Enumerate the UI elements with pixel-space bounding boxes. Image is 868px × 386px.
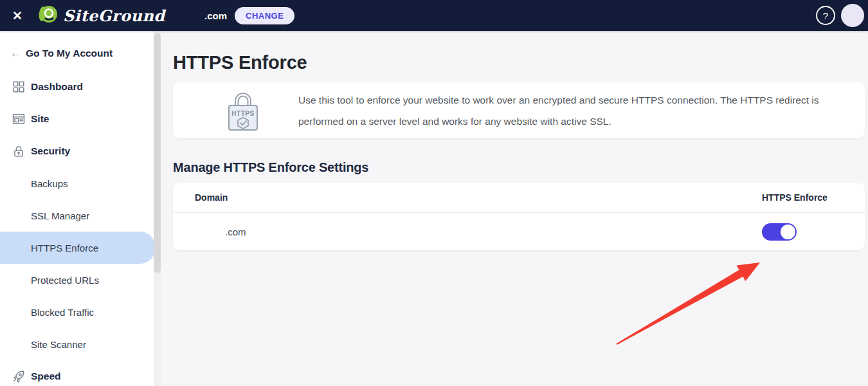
https-enforce-description: Use this tool to enforce your website to… <box>298 89 819 132</box>
page-title: HTTPS Enforce <box>173 52 307 73</box>
sidebar-item-backups[interactable]: Backups <box>0 167 161 199</box>
sidebar-item-label: SSL Manager <box>31 210 89 221</box>
sidebar-item-speed[interactable]: Speed <box>0 360 161 386</box>
rocket-icon <box>12 369 26 383</box>
sidebar-item-label: Blocked Traffic <box>31 307 94 318</box>
sidebar-item-security[interactable]: Security <box>0 135 161 167</box>
siteground-swirl-icon <box>38 2 60 29</box>
back-arrow-icon: ← <box>10 47 22 60</box>
table-header-row: Domain HTTPS Enforce <box>173 183 865 213</box>
siteground-logo[interactable]: SiteGround <box>38 2 165 29</box>
https-enforce-info-card: HTTPS Use this tool to enforce your webs… <box>173 82 865 138</box>
help-icon[interactable]: ? <box>816 6 835 25</box>
sidebar-scrollbar-thumb[interactable] <box>154 33 161 273</box>
sidebar-item-https-enforce[interactable]: HTTPS Enforce <box>0 232 155 264</box>
sidebar-item-protected-urls[interactable]: Protected URLs <box>0 264 161 296</box>
avatar[interactable] <box>841 4 864 27</box>
main-content: HTTPS Enforce HTTPS Use this tool to enf… <box>161 31 868 386</box>
section-title: Manage HTTPS Enforce Settings <box>173 160 368 175</box>
table-row: .com <box>173 213 865 250</box>
https-lock-icon: HTTPS <box>224 86 262 135</box>
https-lock-label: HTTPS <box>231 109 254 116</box>
topbar-right: ? <box>816 0 864 31</box>
sidebar-item-label: Site <box>31 113 49 125</box>
sidebar-item-label: Speed <box>31 371 61 382</box>
lock-icon <box>12 144 26 158</box>
sidebar-item-ssl-manager[interactable]: SSL Manager <box>0 199 161 232</box>
sidebar-item-dashboard[interactable]: Dashboard <box>0 71 161 103</box>
sidebar-item-blocked-traffic[interactable]: Blocked Traffic <box>0 296 161 328</box>
topbar: ✕ SiteGround .com CHANGE ? <box>0 0 868 31</box>
dashboard-icon <box>12 80 26 94</box>
sidebar-item-site-scanner[interactable]: Site Scanner <box>0 328 161 360</box>
sidebar-item-go-to-my-account[interactable]: ← Go To My Account <box>0 36 161 71</box>
current-domain: .com <box>204 10 227 21</box>
column-header-domain: Domain <box>173 192 762 203</box>
sidebar-item-label: Backups <box>31 178 68 189</box>
site-icon <box>12 112 26 126</box>
column-header-https-enforce: HTTPS Enforce <box>762 192 865 203</box>
sidebar-item-label: HTTPS Enforce <box>31 243 98 253</box>
description-line-1: Use this tool to enforce your website to… <box>298 89 819 111</box>
sidebar-item-label: Protected URLs <box>31 275 99 286</box>
change-domain-button[interactable]: CHANGE <box>235 7 294 24</box>
close-icon[interactable]: ✕ <box>10 8 25 23</box>
sidebar-item-label: Site Scanner <box>31 339 86 350</box>
domain-cell: .com <box>173 226 762 237</box>
https-enforce-settings-table: Domain HTTPS Enforce .com <box>173 183 865 250</box>
sidebar-scrollbar-track[interactable] <box>154 31 161 386</box>
current-domain-group: .com CHANGE <box>204 0 294 31</box>
toggle-knob <box>781 225 795 239</box>
https-enforce-cell <box>762 223 865 241</box>
sidebar-item-label: Go To My Account <box>26 48 113 59</box>
sidebar-item-site[interactable]: Site <box>0 103 161 135</box>
description-line-2: performed on a server level and works fo… <box>298 111 819 132</box>
sidebar-item-label: Security <box>31 145 70 157</box>
sidebar-item-label: Dashboard <box>31 81 83 93</box>
brand-name: SiteGround <box>63 6 165 25</box>
sidebar: ← Go To My Account Dashboard Site <box>0 31 161 386</box>
https-enforce-toggle[interactable] <box>762 223 797 241</box>
